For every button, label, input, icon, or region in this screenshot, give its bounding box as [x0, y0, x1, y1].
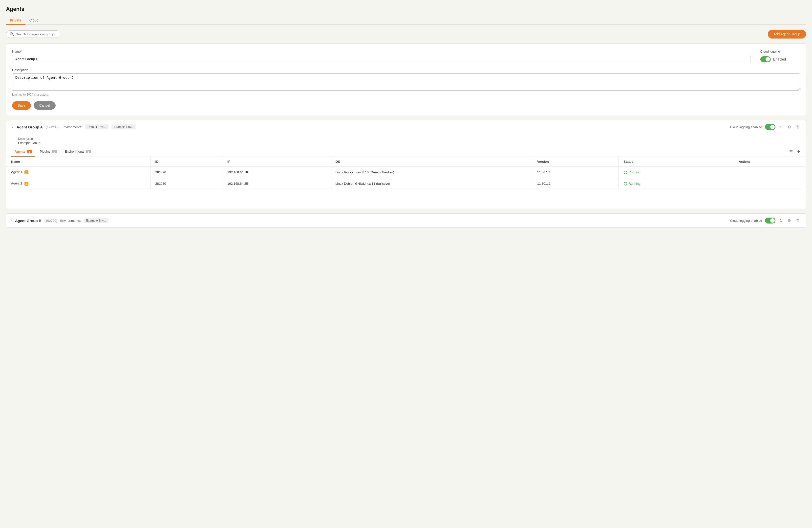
refresh-icon-b: ↻ [779, 218, 783, 223]
name-input[interactable] [12, 55, 751, 63]
agent-1-os: Linux Rocky Linux 8.10 (Green Obsidian) [330, 167, 532, 178]
agent-2-ip: 192.168.64.25 [222, 178, 330, 190]
env-tag-default[interactable]: Default Envi... [85, 124, 108, 130]
col-header-status: Status [619, 157, 734, 167]
col-header-version: Version [532, 157, 619, 167]
cloud-logging-toggle[interactable] [760, 56, 771, 62]
agent-2-actions [734, 178, 806, 190]
inner-tab-plugins-label: Plugins [40, 150, 50, 153]
agents-table: Name ↑ ID IP OS Version Status Actions A… [6, 157, 806, 190]
group-a-name: Agent Group A [17, 125, 43, 129]
group-a-description-section: Description Example Group [6, 134, 806, 147]
name-label: Name* [12, 50, 751, 53]
search-box[interactable]: 🔍 [6, 30, 60, 38]
tab-private[interactable]: Private [6, 16, 26, 25]
inner-tab-agents[interactable]: Agents 2 [11, 147, 35, 157]
trash-icon: 🗑 [796, 125, 800, 129]
desc-label-a: Description [18, 137, 801, 140]
description-field-container: Description Description of Agent Group C… [12, 68, 800, 96]
inner-tab-agents-label: Agents [15, 150, 26, 153]
warning-icon-agent-1: △ [25, 170, 28, 175]
group-b-cloud-logging-toggle[interactable] [765, 217, 775, 224]
inner-tab-environments[interactable]: Environments 2 [61, 147, 95, 157]
desc-value-a: Example Group [18, 141, 801, 145]
env-tag-b-example[interactable]: Example Env... [84, 218, 108, 223]
col-header-id: ID [150, 157, 222, 167]
status-dot-running-2 [624, 182, 627, 185]
inner-tab-plugins[interactable]: Plugins 0 [36, 147, 60, 157]
inner-tab-environments-label: Environments [65, 150, 84, 153]
status-dot-running [624, 171, 627, 174]
gear-icon: ⚙ [787, 125, 791, 129]
agent-1-name: Agent 1 △ [6, 167, 150, 178]
cloud-logging-section: Cloud logging Enabled [760, 50, 800, 62]
agent-1-status: Running [619, 167, 734, 178]
col-header-name: Name ↑ [6, 157, 150, 167]
toolbar: 🔍 Add Agent Group [6, 30, 806, 39]
group-a-cloud-logging-toggle[interactable] [765, 124, 775, 130]
group-a-id: (171230) [46, 125, 59, 129]
trash-icon-b: 🗑 [796, 218, 800, 223]
col-header-actions: Actions [734, 157, 806, 167]
inner-tabs-row-a: Agents 2 Plugins 0 Environments 2 ☷ + [6, 147, 806, 157]
agent-group-header-b: › Agent Group B (192720) Environments: E… [6, 214, 806, 227]
refresh-icon-button-a[interactable]: ↻ [778, 124, 784, 130]
cloud-logging-label: Cloud logging [760, 50, 800, 53]
warning-icon-agent-2: △ [25, 182, 28, 186]
description-label: Description [12, 68, 800, 72]
inner-tabs-a: Agents 2 Plugins 0 Environments 2 [11, 147, 95, 156]
group-b-id: (192720) [44, 219, 57, 223]
environments-badge: 2 [86, 150, 91, 153]
chevron-down-icon[interactable]: ⌄ [11, 125, 14, 129]
env-tag-example[interactable]: Example Env... [112, 124, 136, 130]
agent-1-actions [734, 167, 806, 178]
inner-tab-actions-a: ☷ + [788, 149, 801, 155]
plus-icon: + [797, 149, 800, 154]
environments-label-a: Environments: [61, 125, 82, 129]
chevron-right-icon[interactable]: › [11, 219, 12, 222]
delete-icon-button-a[interactable]: 🗑 [795, 124, 801, 130]
agents-badge: 2 [27, 150, 32, 153]
delete-icon-button-b[interactable]: 🗑 [795, 218, 801, 223]
col-header-ip: IP [222, 157, 330, 167]
cloud-logging-enabled-label-a: Cloud logging enabled [730, 125, 762, 129]
refresh-icon: ↻ [779, 125, 783, 129]
agent-1-version: 11.30.1.1 [532, 167, 619, 178]
save-button[interactable]: Save [12, 101, 31, 110]
add-agent-group-button[interactable]: Add Agent Group [768, 30, 806, 39]
agent-2-os: Linux Debian GNU/Linux 11 (bullseye) [330, 178, 532, 190]
settings-icon-button-a[interactable]: ⚙ [786, 124, 792, 130]
form-actions: Save Cancel [12, 101, 800, 110]
agent-group-card-a: ⌄ Agent Group A (171230) Environments: D… [6, 120, 806, 209]
search-input[interactable] [16, 32, 55, 36]
name-field-container: Name* [12, 50, 751, 63]
agent-2-id: 281030 [150, 178, 222, 190]
environments-label-b: Environments: [60, 219, 81, 223]
agent-group-header-a: ⌄ Agent Group A (171230) Environments: D… [6, 120, 806, 134]
col-header-os: OS [330, 157, 532, 167]
table-row: Agent 2 △ 281030 192.168.64.25 Linux Deb… [6, 178, 806, 190]
agent-2-name: Agent 2 △ [6, 178, 150, 190]
settings-icon-button-b[interactable]: ⚙ [786, 218, 792, 224]
grid-view-button[interactable]: ☷ [788, 149, 794, 155]
table-row: Agent 1 △ 281020 192.168.64.18 Linux Roc… [6, 167, 806, 178]
page-title: Agents [6, 6, 806, 12]
cloud-logging-status: Enabled [773, 57, 786, 61]
cancel-button[interactable]: Cancel [34, 101, 56, 110]
refresh-icon-button-b[interactable]: ↻ [778, 218, 784, 224]
char-limit-text: Limit up to 1024 characters. [12, 93, 800, 96]
agent-2-version: 11.30.1.1 [532, 178, 619, 190]
description-textarea[interactable]: Description of Agent Group C [12, 73, 800, 91]
agent-1-ip: 192.168.64.18 [222, 167, 330, 178]
tab-cloud[interactable]: Cloud [26, 16, 43, 25]
search-icon: 🔍 [10, 32, 14, 36]
cloud-logging-enabled-label-b: Cloud logging enabled [730, 219, 762, 223]
main-tabs: Private Cloud [6, 16, 806, 25]
agent-group-card-b: › Agent Group B (192720) Environments: E… [6, 213, 806, 228]
agent-1-id: 281020 [150, 167, 222, 178]
grid-icon: ☷ [789, 150, 793, 154]
plugins-badge: 0 [52, 150, 57, 153]
gear-icon-b: ⚙ [787, 218, 791, 223]
add-agent-button[interactable]: + [796, 149, 801, 155]
agent-2-status: Running [619, 178, 734, 190]
